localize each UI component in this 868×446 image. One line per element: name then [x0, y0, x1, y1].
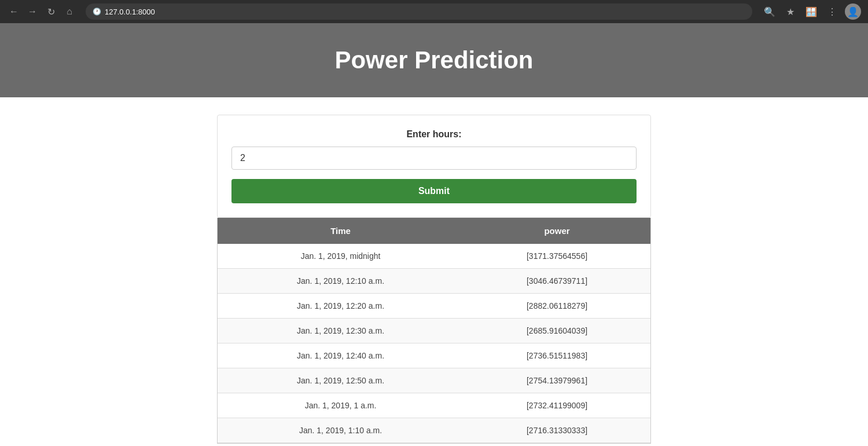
- page-header: Power Prediction: [0, 23, 868, 97]
- home-button[interactable]: ⌂: [62, 5, 76, 19]
- table-body: Jan. 1, 2019, midnight[3171.37564556]Jan…: [218, 244, 650, 443]
- table-row: Jan. 1, 2019, 1:10 a.m.[2716.31330333]: [218, 418, 650, 443]
- table-row: Jan. 1, 2019, midnight[3171.37564556]: [218, 244, 650, 269]
- table-row: Jan. 1, 2019, 12:50 a.m.[2754.13979961]: [218, 368, 650, 393]
- cell-power: [2685.91604039]: [464, 319, 650, 343]
- cell-time: Jan. 1, 2019, 12:40 a.m.: [218, 343, 464, 368]
- main-content: Enter hours: Submit Time power Jan. 1, 2…: [0, 97, 868, 446]
- table-row: Jan. 1, 2019, 12:10 a.m.[3046.46739711]: [218, 269, 650, 294]
- url-lock-icon: 🕐: [93, 8, 101, 16]
- table-header: Time power: [218, 218, 650, 244]
- results-table: Time power Jan. 1, 2019, midnight[3171.3…: [218, 218, 650, 443]
- form-label: Enter hours:: [231, 129, 637, 140]
- cell-power: [2736.51511983]: [464, 343, 650, 368]
- results-table-container: Time power Jan. 1, 2019, midnight[3171.3…: [217, 218, 651, 444]
- cell-time: Jan. 1, 2019, 12:10 a.m.: [218, 269, 464, 294]
- cell-power: [2754.13979961]: [464, 368, 650, 393]
- table-row: Jan. 1, 2019, 12:30 a.m.[2685.91604039]: [218, 319, 650, 343]
- cell-time: Jan. 1, 2019, 12:50 a.m.: [218, 368, 464, 393]
- page-title: Power Prediction: [0, 46, 868, 74]
- cell-power: [3046.46739711]: [464, 269, 650, 294]
- search-button[interactable]: 🔍: [762, 3, 778, 20]
- column-time: Time: [218, 218, 464, 244]
- browser-chrome: ← → ↻ ⌂ 🕐 127.0.0.1:8000 🔍 ★ 🪟 ⋮ 👤: [0, 0, 868, 23]
- table-row: Jan. 1, 2019, 12:40 a.m.[2736.51511983]: [218, 343, 650, 368]
- cell-time: Jan. 1, 2019, 12:20 a.m.: [218, 294, 464, 319]
- submit-button[interactable]: Submit: [231, 179, 637, 203]
- cell-power: [2716.31330333]: [464, 418, 650, 443]
- cell-time: Jan. 1, 2019, 12:30 a.m.: [218, 319, 464, 343]
- forward-button[interactable]: →: [25, 5, 39, 19]
- cell-power: [2882.06118279]: [464, 294, 650, 319]
- back-button[interactable]: ←: [7, 5, 21, 19]
- url-bar[interactable]: 🕐 127.0.0.1:8000: [86, 3, 752, 20]
- profile-avatar[interactable]: 👤: [845, 3, 861, 20]
- cell-time: Jan. 1, 2019, midnight: [218, 244, 464, 269]
- bookmark-button[interactable]: ★: [782, 3, 799, 20]
- column-power: power: [464, 218, 650, 244]
- extensions-button[interactable]: 🪟: [803, 3, 819, 20]
- browser-actions: 🔍 ★ 🪟 ⋮ 👤: [762, 3, 861, 20]
- cell-time: Jan. 1, 2019, 1 a.m.: [218, 393, 464, 418]
- cell-time: Jan. 1, 2019, 1:10 a.m.: [218, 418, 464, 443]
- table-row: Jan. 1, 2019, 1 a.m.[2732.41199009]: [218, 393, 650, 418]
- url-text: 127.0.0.1:8000: [105, 8, 155, 16]
- hours-input[interactable]: [231, 147, 637, 170]
- cell-power: [3171.37564556]: [464, 244, 650, 269]
- form-card: Enter hours: Submit: [217, 115, 651, 218]
- more-button[interactable]: ⋮: [824, 3, 840, 20]
- cell-power: [2732.41199009]: [464, 393, 650, 418]
- table-row: Jan. 1, 2019, 12:20 a.m.[2882.06118279]: [218, 294, 650, 319]
- reload-button[interactable]: ↻: [44, 5, 58, 19]
